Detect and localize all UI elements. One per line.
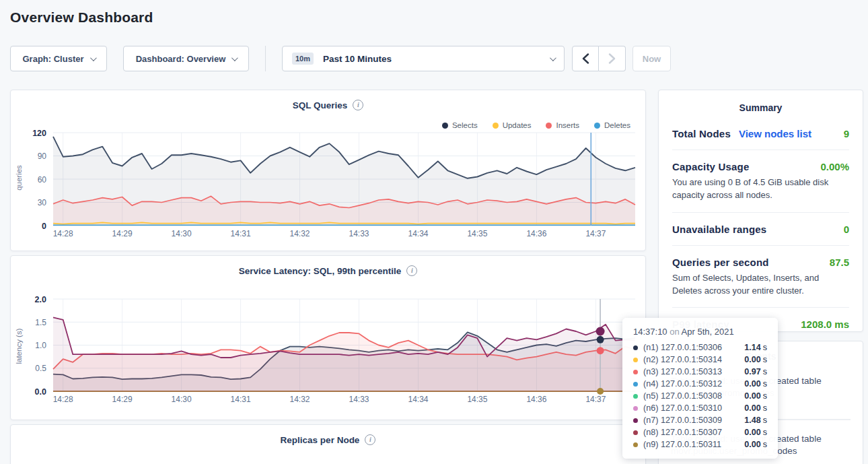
node-latency-unit: s (763, 416, 767, 425)
chevron-right-icon (608, 53, 616, 64)
p99-latency-value: 1208.0 ms (801, 319, 849, 330)
dashboard-dropdown[interactable]: Dashboard: Overview (123, 46, 249, 71)
svg-text:1.0: 1.0 (35, 341, 46, 350)
node-color-dot (633, 394, 638, 399)
info-icon[interactable]: i (365, 434, 375, 445)
tooltip-timestamp: 14:37:10 on Apr 5th, 2021 (633, 327, 767, 337)
node-address: (n8) 127.0.0.1:50307 (643, 428, 744, 437)
node-color-dot (633, 370, 638, 374)
view-nodes-list-link[interactable]: View nodes list (739, 128, 811, 139)
svg-text:14:34: 14:34 (408, 229, 428, 238)
svg-text:14:36: 14:36 (526, 229, 546, 238)
node-color-dot (633, 406, 638, 411)
svg-text:14:30: 14:30 (172, 229, 192, 238)
node-latency-unit: s (763, 428, 767, 437)
node-latency-value: 0.00 (744, 355, 761, 364)
tooltip-row: (n2) 127.0.0.1:503140.00s (633, 354, 767, 366)
info-icon[interactable]: i (406, 265, 417, 276)
time-next-button[interactable] (599, 46, 626, 71)
time-range-label: Past 10 Minutes (323, 54, 550, 64)
svg-text:14:35: 14:35 (467, 229, 487, 238)
svg-text:14:28: 14:28 (53, 395, 73, 404)
latency-hover-tooltip: 14:37:10 on Apr 5th, 2021 (n1) 127.0.0.1… (622, 318, 778, 459)
tooltip-row: (n4) 127.0.0.1:503120.00s (633, 378, 767, 390)
chevron-left-icon (582, 53, 589, 64)
svg-text:14:32: 14:32 (289, 229, 310, 238)
node-color-dot (633, 382, 638, 387)
tooltip-row: (n8) 127.0.0.1:503070.00s (633, 426, 767, 438)
node-latency-unit: s (763, 343, 767, 352)
node-address: (n3) 127.0.0.1:50313 (643, 367, 744, 376)
node-color-dot (633, 442, 638, 447)
unavailable-ranges-label: Unavailable ranges (672, 224, 766, 235)
svg-text:14:34: 14:34 (408, 395, 428, 404)
tooltip-row: (n3) 127.0.0.1:503130.97s (633, 366, 767, 378)
time-prev-button[interactable] (572, 46, 599, 71)
tooltip-row: (n6) 127.0.0.1:503100.00s (633, 402, 767, 414)
svg-text:14:37: 14:37 (585, 229, 606, 238)
total-nodes-label: Total Nodes (672, 128, 731, 139)
node-address: (n4) 127.0.0.1:50312 (643, 379, 744, 389)
total-nodes-value: 9 (844, 128, 849, 139)
svg-text:14:30: 14:30 (172, 395, 192, 404)
capacity-usage-description: You are using 0 B of 4.5 GiB usable disk… (672, 172, 849, 202)
node-latency-value: 0.97 (744, 367, 761, 376)
node-latency-unit: s (763, 440, 767, 449)
svg-text:0: 0 (42, 222, 46, 231)
tooltip-time: 14:37:10 (633, 327, 667, 337)
tooltip-on: on (670, 327, 679, 337)
node-color-dot (633, 345, 638, 350)
time-range-dropdown[interactable]: 10m Past 10 Minutes (282, 46, 565, 71)
svg-text:14:33: 14:33 (349, 395, 369, 404)
replicas-title: Replicas per Node (281, 435, 360, 445)
tooltip-row: (n9) 127.0.0.1:503110.00s (633, 438, 767, 451)
node-latency-unit: s (763, 367, 767, 376)
controls-divider (265, 46, 266, 71)
info-icon[interactable]: i (353, 100, 363, 110)
node-latency-unit: s (763, 391, 767, 401)
graph-dropdown[interactable]: Graph: Cluster (10, 46, 107, 71)
replicas-per-node-card: Replicas per Node i (10, 424, 646, 464)
svg-text:14:29: 14:29 (112, 229, 133, 238)
sql-queries-chart[interactable]: 14:2814:2914:3014:3114:3214:3314:3414:35… (11, 124, 647, 246)
svg-text:14:31: 14:31 (231, 229, 251, 238)
unavailable-ranges-value: 0 (844, 224, 849, 235)
sql-queries-title: SQL Queries (293, 100, 348, 110)
svg-text:120: 120 (32, 129, 46, 138)
summary-body: Total Nodes View nodes list 9 Capacity U… (659, 113, 863, 330)
queries-per-second-label: Queries per second (672, 257, 769, 268)
node-latency-value: 0.00 (744, 403, 761, 413)
tooltip-row: (n5) 127.0.0.1:503080.00s (633, 390, 767, 402)
node-color-dot (633, 418, 638, 423)
tooltip-row: (n1) 127.0.0.1:503061.14s (633, 341, 767, 354)
unavailable-ranges-row: Unavailable ranges 0 (672, 213, 849, 235)
dashboard-controls: Graph: Cluster Dashboard: Overview 10m P… (10, 46, 671, 71)
svg-text:14:31: 14:31 (231, 395, 251, 404)
node-latency-value: 0.00 (744, 428, 761, 437)
capacity-usage-row: Capacity Usage 0.00% (672, 150, 849, 172)
node-latency-unit: s (763, 355, 767, 364)
queries-per-second-value: 87.5 (830, 257, 849, 268)
node-latency-value: 1.48 (744, 416, 761, 425)
node-latency-value: 1.14 (744, 343, 761, 352)
capacity-usage-label: Capacity Usage (672, 161, 750, 172)
graph-dropdown-label: Graph: Cluster (22, 54, 83, 64)
node-color-dot (633, 358, 638, 362)
svg-text:14:36: 14:36 (526, 395, 546, 404)
service-latency-card: Service Latency: SQL, 99th percentile i … (10, 255, 646, 420)
svg-text:90: 90 (38, 152, 47, 161)
svg-text:14:32: 14:32 (289, 395, 310, 404)
service-latency-chart[interactable]: 14:2814:2914:3014:3114:3214:3314:3414:35… (11, 291, 647, 411)
node-latency-unit: s (763, 403, 767, 413)
now-button[interactable]: Now (632, 46, 671, 71)
svg-text:14:35: 14:35 (467, 395, 487, 404)
capacity-usage-value: 0.00% (820, 161, 849, 172)
node-address: (n2) 127.0.0.1:50314 (643, 355, 744, 364)
svg-text:14:28: 14:28 (53, 229, 73, 238)
node-latency-value: 0.00 (744, 440, 761, 449)
page-title: Overview Dashboard (10, 9, 153, 26)
chevron-down-icon (550, 55, 556, 61)
dashboard-dropdown-label: Dashboard: Overview (136, 54, 226, 64)
svg-text:14:29: 14:29 (112, 395, 133, 404)
time-step-buttons (572, 46, 626, 71)
